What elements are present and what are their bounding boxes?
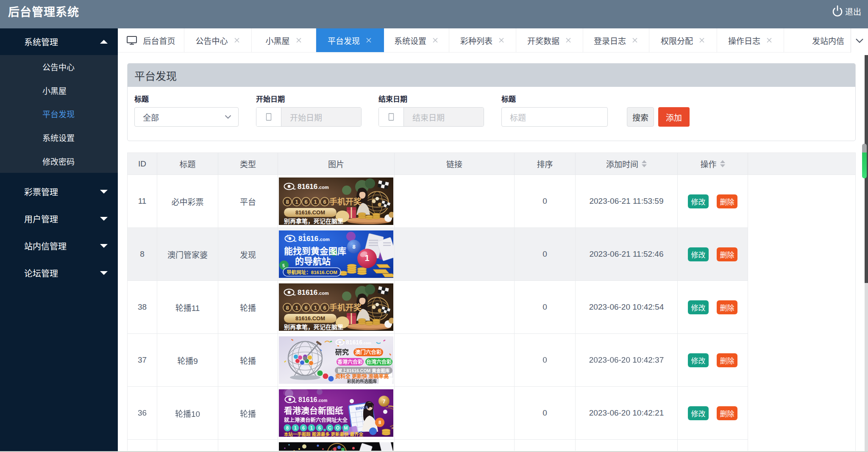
svg-text:手机开奖: 手机开奖 [329,197,362,206]
svg-text:的导航站: 的导航站 [295,256,331,266]
banner-image[interactable]: 81616 .com 8 1 6 1 6 手机开奖 81616.COM 别再拿笔… [279,283,393,331]
sort-caret-icon[interactable] [642,160,647,167]
banner-image[interactable]: 81616 .com 能找到黄金图库 的导航站 导航网址：81616.COM 8… [279,230,393,278]
svg-text:1: 1 [314,199,317,205]
tab-login-log[interactable]: 登录日志 [583,28,649,52]
col-time[interactable]: 添加时间 [576,153,678,175]
tab-blackroom[interactable]: 小黑屋 [252,28,316,52]
sidebar-section-messages[interactable]: 站内信管理 [0,233,118,260]
sidebar-section-users[interactable]: 用户管理 [0,205,118,233]
svg-text:就上81616.COM 黄金图库: 就上81616.COM 黄金图库 [338,368,390,373]
sort-caret-icon[interactable] [720,160,725,167]
svg-text:81616: 81616 [298,288,317,297]
delete-button[interactable]: 删除 [717,300,737,314]
sidebar-section-lottery[interactable]: 彩票管理 [0,178,118,205]
svg-text:香港六合彩: 香港六合彩 [337,359,363,365]
monitor-icon [126,35,137,45]
svg-text:台湾六合彩: 台湾六合彩 [366,359,392,365]
tab-label: 小黑屋 [265,35,289,46]
sidebar-item-system-settings[interactable]: 系统设置 [0,126,118,150]
tabs-overflow-button[interactable] [851,28,868,53]
title-input[interactable]: 标题 [501,107,608,127]
close-icon[interactable] [295,37,302,44]
svg-text:81616.COM: 81616.COM [295,315,325,322]
close-icon[interactable] [632,37,638,44]
svg-text:81616: 81616 [346,339,362,346]
tab-system-settings[interactable]: 系统设置 [384,28,449,52]
delete-button[interactable]: 删除 [717,353,737,367]
logout-button[interactable]: 退出 [831,5,861,17]
tab-permission[interactable]: 权限分配 [649,28,717,52]
delete-button[interactable]: 删除 [717,406,737,420]
tab-label: 权限分配 [661,35,693,46]
edit-button[interactable]: 修改 [688,353,709,367]
svg-text:手机开奖: 手机开奖 [329,303,362,312]
edit-button[interactable]: 修改 [688,194,709,208]
svg-text:1: 1 [294,425,297,430]
filter-title-label: 标题 [501,95,608,104]
tab-label: 平台发现 [328,35,360,46]
sidebar-section-system[interactable]: 系统管理 [0,28,118,55]
edit-button[interactable]: 修改 [688,300,709,314]
edit-button[interactable]: 修改 [688,247,709,261]
scrollbar-rail [865,283,868,451]
close-icon[interactable] [698,37,705,44]
svg-text:6: 6 [323,305,326,311]
sidebar-section-label: 站内信管理 [24,240,67,252]
close-icon[interactable] [432,37,439,44]
banner-image[interactable]: 81616 .com 看港澳台新图纸 就上港澳台新六合网址大全 8 1 6 1 … [279,389,393,437]
close-icon[interactable] [365,37,372,44]
tab-operation-log[interactable]: 操作日志 [717,28,784,52]
close-icon[interactable] [498,37,505,44]
col-image: 图片 [278,153,395,175]
banner-image[interactable]: 81616 .com 研究 澳门六合彩 香港六合彩 台湾六合彩 就上81616.… [279,336,393,384]
search-button[interactable]: 搜索 [627,107,654,127]
start-date-input[interactable]: 开始日期 [256,107,362,127]
sidebar-submenu: 公告中心 小黑屋 平台发现 系统设置 修改密码 [0,55,118,173]
power-icon [831,5,844,17]
logout-label: 退出 [845,6,861,17]
tab-announcement[interactable]: 公告中心 [184,28,252,52]
tab-draw-data[interactable]: 开奖数据 [516,28,583,52]
delete-button[interactable]: 删除 [717,247,737,261]
svg-text:.com: .com [317,398,327,403]
tab-label: 登录日志 [594,35,626,46]
svg-text:7: 7 [383,399,386,405]
close-icon[interactable] [565,37,572,44]
type-select[interactable]: 全部 [134,107,239,127]
close-icon[interactable] [234,37,240,44]
svg-text:1: 1 [314,305,317,311]
tab-label: 操作日志 [728,35,760,46]
banner-image[interactable]: 81616 .com 8 1 6 1 6 手机开奖 81616.COM 别再拿笔… [279,177,393,225]
svg-text:6: 6 [304,305,307,311]
scrollbar-thumb[interactable] [862,144,867,178]
svg-text:1: 1 [310,425,313,430]
sidebar-item-change-password[interactable]: 修改密码 [0,149,118,173]
close-icon[interactable] [766,37,773,44]
end-date-input[interactable]: 结束日期 [378,107,484,127]
svg-text:.com: .com [319,237,330,242]
calendar-icon [379,108,404,126]
page: 后台管理系统 退出 系统管理 公告中心 小黑屋 平台发现 系统设置 修改密码 彩… [0,0,868,452]
tab-platform-discover[interactable]: 平台发现 [316,28,384,52]
table-body: 11 必中彩票 平台 81616 .com 8 1 6 1 [128,175,855,451]
sidebar-item-label: 平台发现 [42,108,75,119]
sidebar-item-blackroom[interactable]: 小黑屋 [0,79,118,103]
delete-button[interactable]: 删除 [717,194,737,208]
tab-home[interactable]: 后台首页 [118,28,184,52]
sidebar-item-platform-discover[interactable]: 平台发现 [0,102,118,126]
col-action[interactable]: 操作 [678,153,748,175]
tab-lottery-list[interactable]: 彩种列表 [449,28,516,52]
sidebar-section-forum[interactable]: 论坛管理 [0,260,118,287]
sidebar-item-label: 系统设置 [42,132,75,143]
tabbar: 后台首页 公告中心 小黑屋 平台发现 系统设置 彩种列表 开奖数据 登录日志 [118,28,868,53]
banner-image[interactable] [279,442,393,451]
add-button[interactable]: 添加 [658,107,690,127]
app-title: 后台管理系统 [8,3,79,19]
svg-text:M: M [344,425,348,430]
filter-end-label: 结束日期 [378,95,484,104]
edit-button[interactable]: 修改 [688,406,709,420]
svg-text:81616: 81616 [298,183,317,191]
svg-text:81616: 81616 [298,396,317,403]
sidebar-item-announcement[interactable]: 公告中心 [0,55,118,79]
